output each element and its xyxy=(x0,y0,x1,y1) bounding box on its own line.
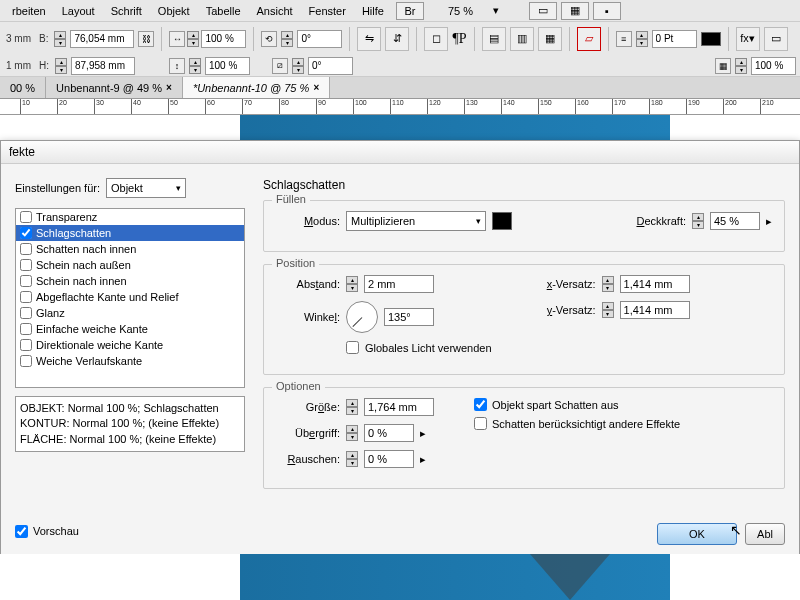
xversatz-spinner[interactable]: ▴▾ xyxy=(602,276,614,292)
width-spinner[interactable]: ▴▾ xyxy=(54,31,66,47)
tab-unbenannt-10[interactable]: *Unbenannt-10 @ 75 %× xyxy=(183,77,330,98)
scale-y-input[interactable] xyxy=(205,57,250,75)
winkel-input[interactable] xyxy=(384,308,434,326)
effect-checkbox[interactable] xyxy=(20,291,32,303)
close-icon[interactable]: × xyxy=(313,82,319,93)
abstand-spinner[interactable]: ▴▾ xyxy=(346,276,358,292)
arrange-button[interactable]: ▦ xyxy=(561,2,589,20)
canvas-bottom[interactable] xyxy=(0,554,800,600)
rauschen-slider-arrow[interactable]: ▸ xyxy=(420,453,426,466)
width-input[interactable] xyxy=(70,30,134,48)
opacity-spinner[interactable]: ▴▾ xyxy=(692,213,704,229)
effect-item[interactable]: Schein nach außen xyxy=(16,257,244,273)
menu-rbeiten[interactable]: rbeiten xyxy=(4,3,54,19)
menu-fenster[interactable]: Fenster xyxy=(301,3,354,19)
effect-item[interactable]: Schlagschatten xyxy=(16,225,244,241)
menu-objekt[interactable]: Objekt xyxy=(150,3,198,19)
stroke-opacity-input[interactable] xyxy=(751,57,796,75)
scale-x-input[interactable] xyxy=(201,30,246,48)
effect-checkbox[interactable] xyxy=(20,243,32,255)
link-wh-icon[interactable]: ⛓ xyxy=(138,31,154,47)
menu-hilfe[interactable]: Hilfe xyxy=(354,3,392,19)
fill-none-button[interactable]: ▱ xyxy=(577,27,601,51)
effects-list[interactable]: TransparenzSchlagschattenSchatten nach i… xyxy=(15,208,245,388)
opacity-slider-arrow[interactable]: ▸ xyxy=(766,215,772,228)
cancel-button[interactable]: Abl xyxy=(745,523,785,545)
effect-item[interactable]: Transparenz xyxy=(16,209,244,225)
menu-ansicht[interactable]: Ansicht xyxy=(249,3,301,19)
text-wrap-button[interactable]: ▭ xyxy=(764,27,788,51)
effect-checkbox[interactable] xyxy=(20,339,32,351)
align-button-2[interactable]: ▥ xyxy=(510,27,534,51)
settings-target-combo[interactable]: Objekt xyxy=(106,178,186,198)
rauschen-input[interactable] xyxy=(364,450,414,468)
x-versatz-input[interactable] xyxy=(620,275,690,293)
uebergriff-spinner[interactable]: ▴▾ xyxy=(346,425,358,441)
menu-schrift[interactable]: Schrift xyxy=(103,3,150,19)
align-button-3[interactable]: ▦ xyxy=(538,27,562,51)
menu-tabelle[interactable]: Tabelle xyxy=(198,3,249,19)
abstand-input[interactable] xyxy=(364,275,434,293)
zoom-level[interactable]: 75 %▾ xyxy=(432,0,515,21)
effect-item[interactable]: Abgeflachte Kante und Relief xyxy=(16,289,244,305)
effect-item[interactable]: Weiche Verlaufskante xyxy=(16,353,244,369)
effect-checkbox[interactable] xyxy=(20,211,32,223)
horizontal-ruler[interactable]: 1020304050607080901001101201301401501601… xyxy=(0,99,800,115)
opacity-input[interactable] xyxy=(710,212,760,230)
tab-unbenannt-9[interactable]: Unbenannt-9 @ 49 %× xyxy=(46,77,183,98)
effect-item[interactable]: Schein nach innen xyxy=(16,273,244,289)
global-light-checkbox[interactable] xyxy=(346,341,359,354)
blend-mode-combo[interactable]: Multiplizieren xyxy=(346,211,486,231)
effects-button[interactable]: fx▾ xyxy=(736,27,760,51)
effect-checkbox[interactable] xyxy=(20,275,32,287)
uebergriff-input[interactable] xyxy=(364,424,414,442)
effect-checkbox[interactable] xyxy=(20,227,32,239)
height-spinner[interactable]: ▴▾ xyxy=(55,58,67,74)
flip-h-button[interactable]: ⇋ xyxy=(357,27,381,51)
options-group-label: Optionen xyxy=(272,380,325,392)
groesse-spinner[interactable]: ▴▾ xyxy=(346,399,358,415)
yversatz-spinner[interactable]: ▴▾ xyxy=(602,302,614,318)
bridge-button[interactable]: Br xyxy=(396,2,424,20)
close-icon[interactable]: × xyxy=(166,82,172,93)
y-versatz-input[interactable] xyxy=(620,301,690,319)
strokepct-spinner[interactable]: ▴▾ xyxy=(735,58,747,74)
select-container-button[interactable]: ◻ xyxy=(424,27,448,51)
spart-checkbox[interactable] xyxy=(474,398,487,411)
stroke-color-swatch[interactable] xyxy=(701,32,721,46)
preview-checkbox[interactable] xyxy=(15,525,28,538)
uebergriff-slider-arrow[interactable]: ▸ xyxy=(420,427,426,440)
align-button-1[interactable]: ▤ xyxy=(482,27,506,51)
options-group: Optionen Größe: ▴▾ Übergriff: ▴▾ ▸ xyxy=(263,387,785,489)
effect-checkbox[interactable] xyxy=(20,307,32,319)
scalex-spinner[interactable]: ▴▾ xyxy=(187,31,199,47)
screen-mode-button[interactable]: ▭ xyxy=(529,2,557,20)
stroke-weight-input[interactable] xyxy=(652,30,697,48)
beruecksichtigt-checkbox[interactable] xyxy=(474,417,487,430)
shear-input[interactable] xyxy=(308,57,353,75)
effect-checkbox[interactable] xyxy=(20,259,32,271)
rauschen-spinner[interactable]: ▴▾ xyxy=(346,451,358,467)
effect-checkbox[interactable] xyxy=(20,323,32,335)
menu-layout[interactable]: Layout xyxy=(54,3,103,19)
ruler-tick: 170 xyxy=(612,99,626,115)
rotation-input[interactable] xyxy=(297,30,342,48)
groesse-input[interactable] xyxy=(364,398,434,416)
view-mode-button[interactable]: ▪ xyxy=(593,2,621,20)
effect-item[interactable]: Glanz xyxy=(16,305,244,321)
effect-item[interactable]: Schatten nach innen xyxy=(16,241,244,257)
ok-button[interactable]: OK xyxy=(657,523,737,545)
tab-0[interactable]: 00 % xyxy=(0,77,46,98)
strokept-spinner[interactable]: ▴▾ xyxy=(636,31,648,47)
effect-item[interactable]: Direktionale weiche Kante xyxy=(16,337,244,353)
effect-item[interactable]: Einfache weiche Kante xyxy=(16,321,244,337)
shadow-color-swatch[interactable] xyxy=(492,212,512,230)
rot-spinner[interactable]: ▴▾ xyxy=(281,31,293,47)
flip-v-button[interactable]: ⇵ xyxy=(385,27,409,51)
height-input[interactable] xyxy=(71,57,135,75)
effect-checkbox[interactable] xyxy=(20,355,32,367)
shear-spinner[interactable]: ▴▾ xyxy=(292,58,304,74)
angle-dial[interactable] xyxy=(346,301,378,333)
y-versatz-label: y-Versatz: xyxy=(532,304,596,316)
scaley-spinner[interactable]: ▴▾ xyxy=(189,58,201,74)
